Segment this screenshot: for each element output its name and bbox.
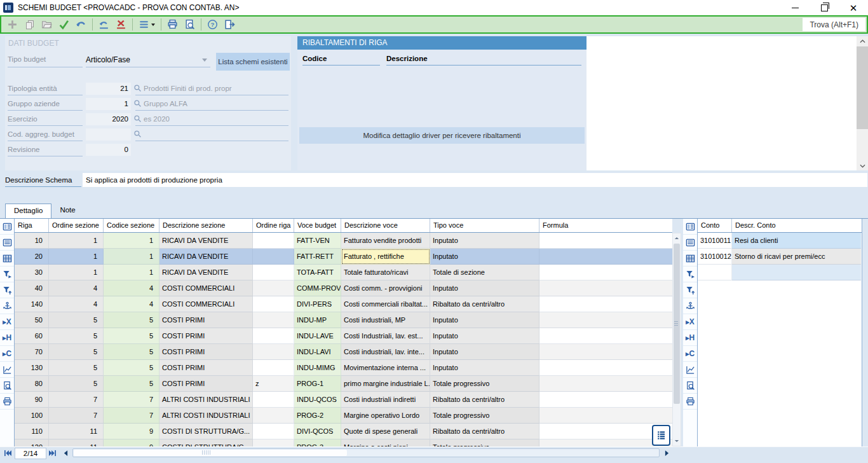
cell-descrizione_voce[interactable]: Quote di spese generali bbox=[341, 424, 430, 439]
cell-riga[interactable]: 70 bbox=[15, 344, 49, 360]
cell-riga[interactable]: 130 bbox=[15, 360, 49, 376]
cell-tipo_voce[interactable]: Ribaltato da centri/altro bbox=[430, 424, 539, 439]
cell-ordine_sezione[interactable]: 7 bbox=[49, 408, 104, 424]
table-row[interactable] bbox=[698, 265, 862, 280]
minimize-button[interactable] bbox=[780, 0, 810, 15]
cell-conto[interactable] bbox=[698, 265, 732, 280]
cell-descrizione_sezione[interactable]: ALTRI COSTI INDUSTRIALI bbox=[159, 392, 253, 408]
cell-descrizione_voce[interactable]: Fatturato , rettifiche bbox=[341, 249, 430, 265]
cell-riga[interactable]: 80 bbox=[15, 376, 49, 392]
cell-ordine_riga[interactable] bbox=[253, 280, 294, 296]
cell-tipo_voce[interactable]: Totale di sezione bbox=[430, 265, 539, 280]
cell-descr-conto[interactable] bbox=[732, 265, 861, 280]
cell-voce_budget[interactable]: TOTA-FATT bbox=[294, 265, 341, 280]
cell-riga[interactable]: 110 bbox=[15, 424, 49, 439]
cell-ordine_riga[interactable] bbox=[253, 408, 294, 424]
cell-descrizione_sezione[interactable]: RICAVI DA VENDITE bbox=[159, 233, 253, 249]
row-detail-button[interactable] bbox=[652, 425, 670, 446]
cell-voce_budget[interactable]: INDU-LAVI bbox=[294, 344, 341, 360]
confirm-icon[interactable] bbox=[55, 17, 72, 32]
cell-codice_sezione[interactable]: 5 bbox=[104, 312, 159, 328]
cell-codice_sezione[interactable]: 9 bbox=[104, 439, 159, 446]
first-page-icon[interactable] bbox=[3, 448, 13, 458]
cell-riga[interactable]: 100 bbox=[15, 408, 49, 424]
cell-descrizione_voce[interactable]: Costi Industriali, lav. est... bbox=[341, 328, 430, 344]
cell-descrizione_voce[interactable]: Margine operativo Lordo bbox=[341, 408, 430, 424]
table-row[interactable]: 5055COSTI PRIMIINDU-MPCosti industriali,… bbox=[15, 312, 672, 328]
cell-voce_budget[interactable]: PROG-2 bbox=[294, 408, 341, 424]
cell-ordine_sezione[interactable]: 4 bbox=[49, 280, 104, 296]
cell-ordine_sezione[interactable]: 11 bbox=[49, 424, 104, 439]
tab-note[interactable]: Note bbox=[51, 204, 83, 218]
tab-dettaglio[interactable]: Dettaglio bbox=[5, 204, 51, 218]
find-box[interactable]: Trova (Alt+F1) bbox=[803, 18, 865, 31]
cell-tipo_voce[interactable]: Totale progressivo bbox=[430, 376, 539, 392]
cell-ordine_sezione[interactable]: 5 bbox=[49, 312, 104, 328]
chevron-down-icon[interactable] bbox=[202, 59, 207, 62]
cell-voce_budget[interactable]: INDU-LAVE bbox=[294, 328, 341, 344]
cell-descrizione_voce[interactable]: Fatturato vendite prodotti bbox=[341, 233, 430, 249]
scroll-up-icon[interactable] bbox=[673, 234, 681, 242]
cell-riga[interactable]: 30 bbox=[15, 265, 49, 280]
table-row[interactable]: 2011RICAVI DA VENDITEFATT-RETTFatturato … bbox=[15, 249, 672, 265]
undo-icon[interactable] bbox=[72, 17, 90, 32]
html-export-icon[interactable]: ▸H bbox=[683, 330, 697, 346]
grid-view-icon[interactable] bbox=[0, 251, 14, 266]
cell-descrizione_voce[interactable]: primo margine industriale L. bbox=[341, 376, 430, 392]
upper-scrollbar[interactable] bbox=[857, 36, 868, 170]
cell-descr-conto[interactable]: Resi da clienti bbox=[732, 233, 861, 249]
print-icon[interactable] bbox=[0, 394, 14, 410]
cell-codice_sezione[interactable]: 7 bbox=[104, 408, 159, 424]
cell-descrizione_voce[interactable]: Totale fatturato/ricavi bbox=[341, 265, 430, 280]
cell-ordine_riga[interactable] bbox=[253, 296, 294, 312]
cell-ordine_riga[interactable]: z bbox=[253, 376, 294, 392]
cell-codice_sezione[interactable]: 5 bbox=[104, 376, 159, 392]
lista-schemi-button[interactable]: Lista schemi esistenti bbox=[216, 53, 290, 71]
scroll-down-icon[interactable] bbox=[673, 437, 681, 445]
cell-ordine_sezione[interactable]: 5 bbox=[49, 376, 104, 392]
cell-descr-conto[interactable]: Storno di ricavi per premi/ecc bbox=[732, 249, 861, 265]
cell-voce_budget[interactable]: INDU-QCOS bbox=[294, 392, 341, 408]
cell-descrizione_sezione[interactable]: COSTI PRIMI bbox=[159, 360, 253, 376]
cell-codice_sezione[interactable]: 4 bbox=[104, 296, 159, 312]
field-value-input[interactable]: 21 bbox=[86, 83, 131, 95]
cell-ordine_sezione[interactable]: 11 bbox=[49, 439, 104, 446]
cell-formula[interactable] bbox=[539, 392, 672, 408]
anchor-icon[interactable] bbox=[0, 298, 14, 314]
cell-tipo_voce[interactable]: Inputato bbox=[430, 344, 539, 360]
cell-riga[interactable]: 40 bbox=[15, 280, 49, 296]
cell-voce_budget[interactable]: FATT-RETT bbox=[294, 249, 341, 265]
cell-codice_sezione[interactable]: 1 bbox=[104, 265, 159, 280]
tipo-budget-select[interactable]: Articolo/Fase bbox=[86, 53, 210, 67]
cell-formula[interactable] bbox=[539, 360, 672, 376]
cell-tipo_voce[interactable]: Inputato bbox=[430, 233, 539, 249]
table-row[interactable]: 8055COSTI PRIMIzPROG-1primo margine indu… bbox=[15, 376, 672, 392]
field-value-input[interactable] bbox=[86, 128, 131, 141]
cell-riga[interactable]: 10 bbox=[15, 233, 49, 249]
cell-conto[interactable]: 31010011 bbox=[698, 233, 732, 249]
cell-tipo_voce[interactable]: Inputato bbox=[430, 280, 539, 296]
cell-formula[interactable] bbox=[539, 328, 672, 344]
anchor-icon[interactable] bbox=[683, 298, 697, 314]
cell-descrizione_voce[interactable]: Movimentazione interna ... bbox=[341, 360, 430, 376]
table-row[interactable]: 10077ALTRI COSTI INDUSTRIALIPROG-2Margin… bbox=[15, 408, 672, 424]
cell-formula[interactable] bbox=[539, 249, 672, 265]
scroll-up-icon[interactable] bbox=[857, 36, 868, 46]
table-row[interactable]: 7055COSTI PRIMIINDU-LAVICosti industrial… bbox=[15, 344, 672, 360]
cell-descrizione_sezione[interactable]: RICAVI DA VENDITE bbox=[159, 265, 253, 280]
table-view-icon[interactable] bbox=[0, 219, 14, 235]
table-row[interactable]: 4044COSTI COMMERCIALICOMM-PROVCosti comm… bbox=[15, 280, 672, 296]
cell-codice_sezione[interactable]: 4 bbox=[104, 280, 159, 296]
cell-ordine_sezione[interactable]: 1 bbox=[49, 265, 104, 280]
cell-ordine_riga[interactable] bbox=[253, 265, 294, 280]
print-icon[interactable] bbox=[683, 394, 697, 410]
cell-riga[interactable]: 90 bbox=[15, 392, 49, 408]
chart-icon[interactable] bbox=[683, 362, 697, 378]
form-view-icon[interactable] bbox=[683, 235, 697, 251]
cell-descrizione_sezione[interactable]: COSTI PRIMI bbox=[159, 344, 253, 360]
table-row[interactable]: 31010012Storno di ricavi per premi/ecc bbox=[698, 249, 862, 265]
cell-tipo_voce[interactable]: Inputato bbox=[430, 312, 539, 328]
cell-descrizione_sezione[interactable]: COSTI PRIMI bbox=[159, 328, 253, 344]
close-button[interactable]: ✕ bbox=[839, 0, 868, 15]
table-row[interactable]: 6055COSTI PRIMIINDU-LAVECosti Industrial… bbox=[15, 328, 672, 344]
